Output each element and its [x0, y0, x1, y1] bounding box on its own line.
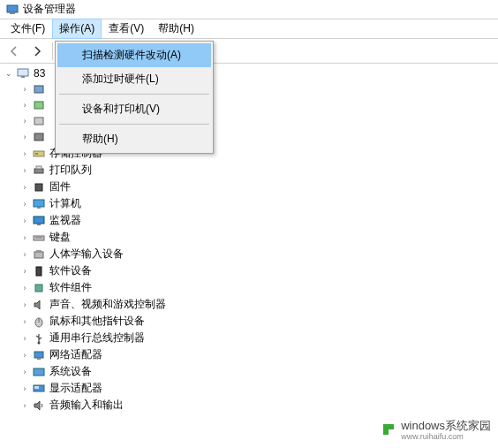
- menu-view[interactable]: 查看(V): [102, 19, 151, 39]
- tree-node-label: 人体学输入设备: [49, 247, 124, 262]
- svg-rect-10: [34, 169, 43, 173]
- expand-icon[interactable]: ›: [19, 100, 30, 110]
- svg-rect-5: [34, 102, 43, 109]
- system-device-icon: [32, 365, 46, 379]
- firmware-icon: [32, 180, 46, 194]
- watermark-url: www.ruihaifu.com: [401, 432, 491, 441]
- tree-node-network[interactable]: › 网络适配器: [19, 346, 494, 363]
- expand-icon[interactable]: ›: [19, 84, 30, 95]
- menu-file[interactable]: 文件(F): [4, 19, 52, 39]
- expand-icon[interactable]: ›: [19, 249, 30, 260]
- svg-rect-12: [35, 184, 42, 191]
- computer-icon: [16, 66, 30, 80]
- expand-icon[interactable]: ›: [19, 199, 30, 209]
- hid-icon: [32, 247, 46, 262]
- tree-node-usb[interactable]: › 通用串行总线控制器: [19, 330, 494, 346]
- expand-icon[interactable]: ›: [19, 148, 30, 159]
- expand-icon[interactable]: ›: [19, 400, 30, 411]
- dropdown-add-legacy[interactable]: 添加过时硬件(L): [57, 67, 211, 91]
- forward-button[interactable]: [26, 41, 48, 62]
- tree-node-label: 计算机: [49, 196, 81, 211]
- device-category-icon: [32, 98, 46, 112]
- tree-node-print-queue[interactable]: › 打印队列: [19, 162, 494, 178]
- tree-node-firmware[interactable]: › 固件: [19, 178, 494, 195]
- tree-root-label: 83: [34, 67, 45, 80]
- device-category-icon: [32, 130, 46, 144]
- tree-node-mouse[interactable]: › 鼠标和其他指针设备: [19, 313, 494, 330]
- keyboard-icon: [32, 231, 46, 245]
- tree-node-label: 声音、视频和游戏控制器: [49, 297, 166, 312]
- storage-controller-icon: [32, 147, 46, 161]
- expand-icon[interactable]: ›: [19, 367, 30, 377]
- tree-node-hid[interactable]: › 人体学输入设备: [19, 246, 494, 262]
- tree-node-keyboard[interactable]: › 键盘: [19, 229, 494, 246]
- tree-node-label: 显示适配器: [49, 381, 102, 396]
- device-category-icon: [32, 114, 46, 128]
- computer-monitor-icon: [32, 197, 46, 211]
- mouse-icon: [32, 315, 46, 329]
- tree-node-computer[interactable]: › 计算机: [19, 195, 494, 212]
- svg-rect-16: [37, 224, 41, 225]
- svg-point-25: [38, 341, 41, 344]
- svg-rect-26: [34, 352, 43, 358]
- expand-icon[interactable]: ›: [19, 316, 30, 327]
- expand-icon[interactable]: ›: [19, 350, 30, 361]
- window-title: 设备管理器: [23, 2, 76, 17]
- tree-node-label: 打印队列: [49, 163, 92, 178]
- tree-node-audio-io[interactable]: › 音频输入和输出: [19, 397, 494, 414]
- display-adapter-icon: [32, 382, 46, 396]
- tree-node-sound-video-game[interactable]: › 声音、视频和游戏控制器: [19, 296, 494, 313]
- tree-node-software-device[interactable]: › 软件设备: [19, 262, 494, 279]
- expand-icon[interactable]: ›: [19, 116, 30, 126]
- tree-node-label: 通用串行总线控制器: [49, 330, 145, 345]
- expand-icon[interactable]: ›: [19, 333, 30, 344]
- svg-rect-1: [10, 12, 15, 14]
- dropdown-separator: [59, 124, 209, 125]
- dropdown-separator: [59, 94, 209, 95]
- expand-icon[interactable]: ›: [19, 266, 30, 277]
- svg-rect-11: [36, 166, 42, 169]
- svg-rect-22: [35, 285, 42, 292]
- tree-node-label: 固件: [49, 179, 71, 194]
- svg-rect-20: [36, 250, 42, 252]
- title-bar: 设备管理器: [0, 0, 498, 19]
- menu-help[interactable]: 帮助(H): [151, 19, 201, 39]
- action-dropdown: 扫描检测硬件改动(A) 添加过时硬件(L) 设备和打印机(V) 帮助(H): [55, 41, 214, 154]
- expand-icon[interactable]: ›: [19, 232, 30, 243]
- tree-node-label: 软件组件: [49, 280, 92, 295]
- collapse-icon[interactable]: ⌄: [4, 68, 14, 79]
- tree-node-system[interactable]: › 系统设备: [19, 363, 494, 380]
- expand-icon[interactable]: ›: [19, 165, 30, 176]
- expand-icon[interactable]: ›: [19, 383, 30, 394]
- svg-rect-7: [34, 133, 43, 140]
- watermark: windows系统家园 www.ruihaifu.com: [380, 418, 491, 441]
- tree-node-label: 网络适配器: [49, 347, 102, 362]
- usb-icon: [32, 331, 46, 345]
- tree-node-label: 鼠标和其他指针设备: [49, 314, 145, 329]
- software-component-icon: [32, 281, 46, 295]
- svg-rect-0: [7, 5, 18, 12]
- expand-icon[interactable]: ›: [19, 216, 30, 226]
- tree-node-label: 监视器: [49, 213, 81, 228]
- sound-icon: [32, 298, 46, 312]
- software-device-icon: [32, 264, 46, 278]
- audio-io-icon: [32, 399, 46, 413]
- expand-icon[interactable]: ›: [19, 182, 30, 193]
- menu-action[interactable]: 操作(A): [52, 19, 102, 39]
- dropdown-help[interactable]: 帮助(H): [57, 127, 211, 151]
- tree-node-monitor[interactable]: › 监视器: [19, 212, 494, 229]
- back-button[interactable]: [4, 41, 25, 62]
- dropdown-devices-printers[interactable]: 设备和打印机(V): [57, 97, 211, 121]
- expand-icon[interactable]: ›: [19, 132, 30, 142]
- expand-icon[interactable]: ›: [19, 283, 30, 293]
- svg-rect-27: [37, 358, 41, 360]
- svg-rect-30: [34, 386, 39, 389]
- svg-rect-19: [34, 252, 43, 258]
- tree-node-label: 软件设备: [49, 263, 92, 278]
- tree-node-display[interactable]: › 显示适配器: [19, 380, 494, 397]
- tree-node-software-component[interactable]: › 软件组件: [19, 279, 494, 296]
- svg-rect-9: [35, 153, 38, 155]
- menu-bar: 文件(F) 操作(A) 查看(V) 帮助(H): [0, 19, 498, 39]
- expand-icon[interactable]: ›: [19, 300, 30, 310]
- dropdown-scan-hardware[interactable]: 扫描检测硬件改动(A): [57, 43, 211, 67]
